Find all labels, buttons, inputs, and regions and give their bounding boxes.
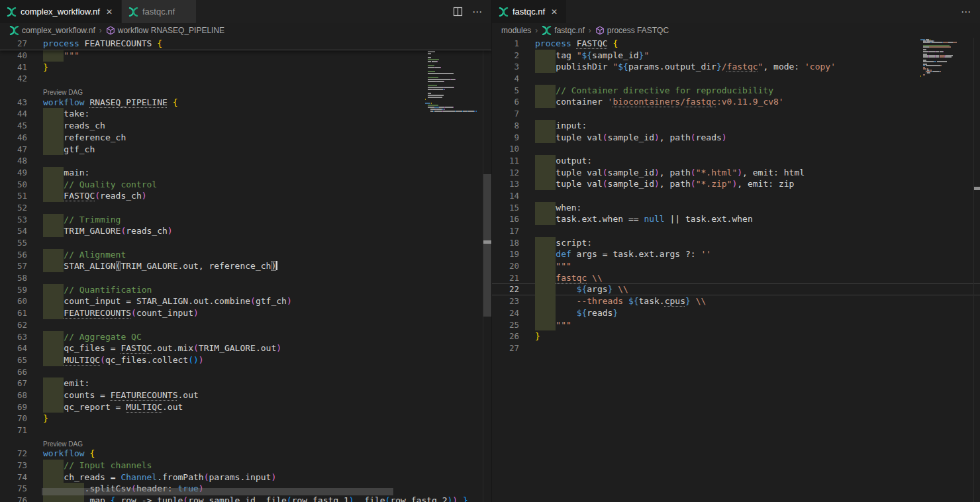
line-number: 70 — [0, 413, 27, 425]
code-line[interactable]: 25 """ — [492, 319, 980, 331]
code-line[interactable]: 42 — [0, 73, 491, 85]
code-line[interactable]: 57 STAR_ALIGN(TRIM_GALORE.out, reference… — [0, 260, 491, 272]
line-text: container 'biocontainers/fastqc:v0.11.9_… — [535, 96, 784, 108]
code-line[interactable]: 73 // Input channels — [0, 460, 491, 472]
code-line[interactable]: 51 FASTQC(reads_ch) — [0, 190, 491, 202]
code-line[interactable]: 68 counts = FEATURECOUNTS.out — [0, 389, 491, 401]
code-line[interactable]: 10 — [492, 143, 980, 155]
code-line[interactable]: 1process FASTQC { — [492, 38, 980, 50]
code-line[interactable]: 19 def args = task.ext.args ?: '' — [492, 248, 980, 260]
code-line[interactable]: 58 — [0, 272, 491, 284]
code-line[interactable]: 59 // Quantification — [0, 284, 491, 296]
token: ( — [250, 296, 256, 306]
breadcrumb-item[interactable]: modules — [501, 26, 531, 35]
code-line[interactable]: 76 .map { row -> tuple(row.sample_id, fi… — [0, 495, 491, 502]
code-line[interactable]: 17 — [492, 225, 980, 237]
code-line[interactable]: 44 take: — [0, 108, 491, 120]
code-editor[interactable]: 1process FASTQC {2 tag "${sample_id}"3 p… — [492, 38, 980, 502]
code-line[interactable]: 21 fastqc \\ — [492, 272, 980, 284]
token: } — [463, 495, 468, 502]
code-line[interactable]: 26} — [492, 330, 980, 342]
code-line[interactable]: 18 script: — [492, 237, 980, 249]
code-line[interactable]: 56 // Alignment — [0, 249, 491, 261]
code-line[interactable]: 66 — [0, 366, 491, 378]
code-line[interactable]: 53 // Trimming — [0, 214, 491, 226]
code-line[interactable]: 49 main: — [0, 167, 491, 179]
code-line[interactable]: 15 when: — [492, 202, 980, 214]
line-number: 64 — [0, 342, 27, 354]
code-line[interactable]: 64 qc_files = FASTQC.out.mix(TRIM_GALORE… — [0, 342, 491, 354]
code-line[interactable]: 4 — [492, 73, 980, 85]
token — [458, 495, 463, 502]
code-line[interactable]: 3 publishDir "${params.output_dir}/fastq… — [492, 61, 980, 73]
sticky-scroll[interactable]: 27process FEATURECOUNTS { — [0, 38, 491, 50]
code-line[interactable]: 45 reads_ch — [0, 120, 491, 132]
code-line[interactable]: 11 output: — [492, 155, 980, 167]
line-number: 6 — [492, 96, 519, 108]
code-line[interactable]: 48 — [0, 155, 491, 167]
code-line[interactable]: 67 emit: — [0, 377, 491, 389]
code-line[interactable]: 46 reference_ch — [0, 132, 491, 144]
code-line[interactable]: 69 qc_report = MULTIQC.out — [0, 401, 491, 413]
close-icon[interactable]: ✕ — [549, 7, 560, 17]
line-number: 68 — [0, 389, 27, 401]
code-line[interactable]: 7 — [492, 108, 980, 120]
line-text: script: — [535, 237, 592, 249]
code-line[interactable]: 12 tuple val(sample_id), path("*.html"),… — [492, 167, 980, 179]
code-line[interactable]: 60 count_input = STAR_ALIGN.out.combine(… — [0, 295, 491, 307]
code-line[interactable]: 62 — [0, 319, 491, 331]
line-number: 24 — [492, 307, 519, 319]
breadcrumb-item[interactable]: workflow RNASEQ_PIPELINE — [106, 26, 224, 35]
code-line[interactable]: 13 tuple val(sample_id), path("*.zip"), … — [492, 178, 980, 190]
code-line[interactable]: 40 """ — [0, 50, 491, 62]
code-line[interactable]: 71 — [0, 425, 491, 436]
code-line[interactable]: 41} — [0, 62, 491, 74]
split-editor[interactable] — [453, 7, 463, 17]
line-number: 44 — [0, 108, 27, 120]
more-actions-icon[interactable]: ⋯ — [961, 7, 971, 17]
code-line[interactable]: 43workflow RNASEQ_PIPELINE { — [0, 97, 491, 109]
vertical-scrollbar[interactable] — [973, 38, 980, 502]
code-line[interactable]: 2 tag "${sample_id}" — [492, 50, 980, 62]
code-line[interactable]: 72workflow { — [0, 448, 491, 460]
breadcrumb-item[interactable]: complex_workflow.nf — [9, 26, 95, 35]
code-line[interactable]: 22 ${args} \\ — [492, 283, 980, 295]
line-number: 4 — [492, 73, 519, 85]
more-actions-icon[interactable]: ⋯ — [472, 7, 482, 17]
code-line[interactable]: 6 container 'biocontainers/fastqc:v0.11.… — [492, 96, 980, 108]
code-line[interactable]: 74 ch_reads = Channel.fromPath(params.in… — [0, 472, 491, 483]
code-line[interactable]: 16 task.ext.when == null || task.ext.whe… — [492, 213, 980, 225]
line-number: 5 — [492, 85, 519, 97]
line-text: emit: — [43, 377, 89, 389]
code-line[interactable]: 47 gtf_ch — [0, 144, 491, 156]
code-line[interactable]: 8 input: — [492, 120, 980, 132]
tab-fastqc.nf[interactable]: fastqc.nf✕ — [492, 0, 567, 23]
scrollbar-slider[interactable] — [483, 174, 491, 317]
code-line[interactable]: 50 // Quality control — [0, 179, 491, 191]
token: MULTIQC — [126, 402, 162, 412]
code-line[interactable]: 20 """ — [492, 260, 980, 272]
code-line[interactable]: 24 ${reads} — [492, 307, 980, 319]
code-line[interactable]: 23 --threads ${task.cpus} \\ — [492, 295, 980, 307]
code-line[interactable]: 70} — [0, 413, 491, 425]
code-line[interactable]: 55 — [0, 237, 491, 249]
tab-fastqc.nf[interactable]: fastqc.nf✕ — [122, 0, 197, 23]
breadcrumb-item[interactable]: process FASTQC — [595, 26, 669, 35]
code-line[interactable]: 54 TRIM_GALORE(reads_ch) — [0, 225, 491, 237]
code-line[interactable]: 63 // Aggregate QC — [0, 331, 491, 343]
code-line[interactable]: 65 MULTIQC(qc_files.collect()) — [0, 354, 491, 366]
minimap[interactable] — [920, 39, 969, 78]
code-line[interactable]: 14 — [492, 190, 980, 202]
vertical-scrollbar[interactable] — [483, 38, 491, 502]
close-icon[interactable]: ✕ — [104, 7, 115, 17]
code-line[interactable]: 9 tuple val(sample_id), path(reads) — [492, 132, 980, 144]
code-line[interactable]: 27 — [492, 342, 980, 354]
horizontal-scrollbar[interactable] — [42, 488, 393, 495]
breadcrumb-label: fastqc.nf — [554, 26, 584, 35]
code-line[interactable]: 5 // Container directive for reproducibi… — [492, 85, 980, 97]
code-editor[interactable]: 40 """41}42Preview DAG43workflow RNASEQ_… — [0, 38, 491, 502]
breadcrumb-item[interactable]: fastqc.nf — [542, 26, 584, 35]
code-line[interactable]: 52 — [0, 202, 491, 214]
tab-complex_workflow.nf[interactable]: complex_workflow.nf✕ — [0, 0, 122, 23]
code-line[interactable]: 61 FEATURECOUNTS(count_input) — [0, 307, 491, 319]
